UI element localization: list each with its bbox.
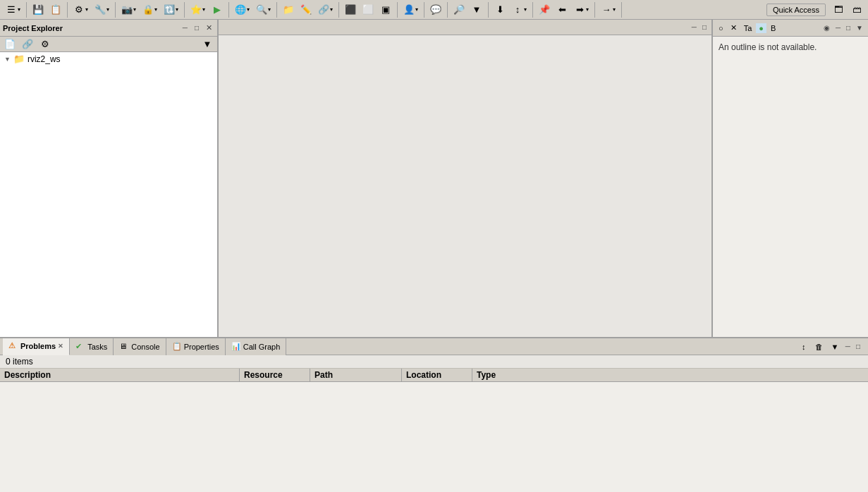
forward-icon: ➡ [574, 4, 585, 16]
tree-collapse-arrow: ▼ [4, 56, 11, 63]
console2-btn[interactable]: ⬛ [342, 2, 359, 18]
toolbar-group-user: 👤 ▾ [401, 2, 424, 18]
open-folder-btn[interactable]: 📁 [280, 2, 297, 18]
outline-tab-b[interactable]: B [768, 23, 778, 33]
col-description-header[interactable]: Description [0, 369, 240, 381]
outline-close-icon: ✕ [731, 23, 737, 32]
toolbar-group-chat: 💬 [427, 2, 448, 18]
save-all-btn[interactable]: 📋 [47, 2, 64, 18]
col-path-header[interactable]: Path [310, 369, 402, 381]
tab-call-graph[interactable]: 📊 Call Graph [226, 338, 287, 355]
outline-message: An outline is not available. [719, 42, 817, 52]
problems-clear-btn[interactable]: 🗑 [812, 339, 826, 355]
outline-sync-btn[interactable]: ◉ [821, 23, 832, 32]
pin-icon: 📌 [539, 4, 550, 16]
tab-console[interactable]: 🖥 Console [114, 338, 166, 355]
collapse-all-btn[interactable]: 📄 [1, 37, 18, 52]
explorer-settings-icon: ⚙ [39, 39, 51, 50]
updown-btn[interactable]: ↕ ▾ [509, 2, 530, 18]
web-icon: 🌐 [235, 4, 246, 16]
build-icon: ⚙ [73, 4, 85, 16]
tab-properties-label: Properties [184, 343, 219, 351]
outline-maximize-btn[interactable]: □ [844, 23, 852, 32]
down-btn[interactable]: ⬇ [491, 2, 508, 18]
back-btn[interactable]: ⬅ [554, 2, 570, 18]
perspective-btn[interactable]: 🗔 [830, 2, 847, 18]
next-btn[interactable]: → ▾ [598, 2, 618, 18]
star-btn[interactable]: ⭐ ▾ [188, 2, 208, 18]
tab-properties[interactable]: 📋 Properties [166, 338, 226, 355]
problems-maximize-btn[interactable]: □ [854, 342, 862, 351]
layout-btn[interactable]: ▣ [377, 2, 394, 18]
link-with-editor-btn[interactable]: 🔗 [19, 37, 36, 52]
user-arrow-icon: ▾ [415, 6, 418, 13]
outline-tab-ta[interactable]: Ta [741, 23, 755, 33]
quick-access-button[interactable]: Quick Access [766, 4, 826, 16]
user-btn[interactable]: 👤 ▾ [401, 2, 421, 18]
outline-tab-circle[interactable]: ○ [716, 23, 726, 33]
close-project-explorer-btn[interactable]: ✕ [204, 23, 214, 33]
toolbar-group-file: 📁 ✏️ 🔗 ▾ [280, 2, 339, 18]
chat-btn[interactable]: 💬 [427, 2, 444, 18]
tab-tasks[interactable]: ✔ Tasks [70, 338, 114, 355]
maximize-editor-btn[interactable]: □ [700, 23, 709, 32]
outline-tab-dot-green[interactable]: ● [756, 23, 766, 33]
chat-icon: 💬 [430, 4, 441, 16]
col-resource-header[interactable]: Resource [240, 369, 310, 381]
tab-problems[interactable]: ⚠ Problems ✕ [3, 338, 70, 355]
save-btn[interactable]: 💾 [30, 2, 47, 18]
problems-tab-close-btn[interactable]: ✕ [58, 343, 63, 350]
inspect-arrow-btn[interactable]: ▼ [468, 2, 485, 18]
search-arrow-icon: ▾ [268, 6, 271, 13]
tab-problems-label: Problems [20, 342, 56, 350]
tools-btn[interactable]: 🔧 ▾ [92, 2, 112, 18]
perspective-icon: 🗔 [833, 4, 844, 16]
toolbar-group-web: 🌐 ▾ 🔍 ▾ [232, 2, 277, 18]
main-container: Project Explorer ─ □ ✕ 📄 🔗 ⚙ ▼ [0, 20, 868, 492]
forward-arrow-icon: ▾ [586, 6, 589, 13]
minimize-project-explorer-btn[interactable]: ─ [181, 23, 190, 32]
next-arrow-icon: ▾ [613, 6, 616, 13]
capture-btn[interactable]: 📷 ▾ [118, 2, 139, 18]
refresh-btn[interactable]: 🔃 ▾ [161, 2, 181, 18]
problems-menu-btn[interactable]: ▼ [828, 339, 842, 355]
minimize-editor-btn[interactable]: ─ [690, 23, 699, 32]
user-icon: 👤 [403, 4, 415, 16]
tree-item-rviz2-ws[interactable]: ▼ 📁 rviz2_ws [0, 52, 217, 66]
link-btn[interactable]: 🔗 ▾ [315, 2, 336, 18]
outline-dropdown-btn[interactable]: ▼ [854, 23, 865, 32]
back-icon: ⬅ [556, 4, 568, 16]
view2-btn[interactable]: ⬜ [360, 2, 377, 18]
edit-btn[interactable]: ✏️ [298, 2, 314, 18]
search-btn[interactable]: 🔍 ▾ [253, 2, 274, 18]
explorer-toolbar: 📄 🔗 ⚙ ▼ [0, 37, 217, 52]
outline-tab-close[interactable]: ✕ [728, 23, 740, 33]
outline-minimize-btn[interactable]: ─ [833, 23, 843, 32]
web-btn[interactable]: 🌐 ▾ [232, 2, 252, 18]
col-location-header[interactable]: Location [402, 369, 472, 381]
console2-icon: ⬛ [345, 4, 356, 16]
lock-btn[interactable]: 🔒 ▾ [140, 2, 160, 18]
inspect-btn[interactable]: 🔎 [451, 2, 467, 18]
workbench-btn[interactable]: 🗃 [848, 2, 865, 18]
pin-btn[interactable]: 📌 [536, 2, 553, 18]
capture-icon: 📷 [121, 4, 133, 16]
explorer-dropdown-btn[interactable]: ▼ [199, 37, 216, 52]
open-folder-icon: 📁 [283, 4, 294, 16]
outline-sync-icon: ◉ [824, 24, 830, 32]
maximize-project-explorer-btn[interactable]: □ [192, 23, 201, 32]
project-explorer-header: Project Explorer ─ □ ✕ [0, 20, 217, 37]
tab-call-graph-label: Call Graph [243, 343, 281, 351]
project-explorer-panel: Project Explorer ─ □ ✕ 📄 🔗 ⚙ ▼ [0, 20, 219, 337]
problems-minimize-btn[interactable]: ─ [843, 342, 852, 351]
build-btn[interactable]: ⚙ ▾ [71, 2, 91, 18]
col-type-header[interactable]: Type [472, 369, 868, 381]
workbench-icon: 🗃 [851, 4, 862, 16]
run-btn[interactable]: ▶ [209, 2, 226, 18]
explorer-settings-btn[interactable]: ⚙ [37, 37, 54, 52]
problems-filter-btn[interactable]: ↕ [797, 339, 811, 355]
forward-btn[interactable]: ➡ ▾ [571, 2, 592, 18]
menu-btn[interactable]: ☰ ▾ [3, 2, 23, 18]
outline-ta-icon: Ta [744, 24, 752, 32]
collapse-all-icon: 📄 [4, 39, 16, 50]
